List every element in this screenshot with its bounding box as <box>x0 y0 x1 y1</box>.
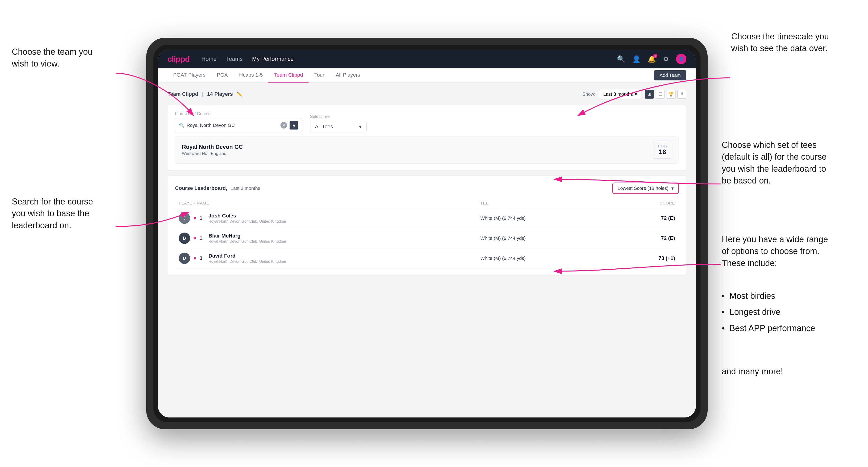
favorite-button[interactable]: ★ <box>289 121 299 130</box>
table-row: B ♥ 1 Blair McHarg Royal North Devon Gol… <box>175 228 679 248</box>
player-score: 72 (E) <box>615 228 679 248</box>
leaderboard-title-wrap: Course Leaderboard, Last 3 months <box>175 185 260 191</box>
notification-icon[interactable]: 🔔 1 <box>648 55 656 63</box>
leaderboard-header: Course Leaderboard, Last 3 months Lowest… <box>175 183 679 194</box>
list-item-app: • Best APP performance <box>722 322 815 334</box>
team-name: Team Clippd <box>167 91 198 97</box>
subnav-team-clippd[interactable]: Team Clippd <box>269 68 309 83</box>
tee-chevron-icon: ▾ <box>359 124 362 130</box>
avatar[interactable]: 👤 <box>676 54 686 64</box>
view-icons: ⊞ ☰ 🏆 ⬇ <box>645 90 686 99</box>
player-avatar: J <box>179 213 190 224</box>
heart-icon[interactable]: ♥ <box>193 216 196 221</box>
nav-teams[interactable]: Teams <box>226 56 243 62</box>
sort-value: Lowest Score (18 holes) <box>618 186 669 191</box>
tee-select[interactable]: All Tees ▾ <box>310 121 367 132</box>
tablet-device: clippd Home Teams My Performance 🔍 👤 🔔 1 <box>146 38 708 429</box>
tee-field-group: Select Tee All Tees ▾ <box>310 114 367 132</box>
leaderboard-card: Course Leaderboard, Last 3 months Lowest… <box>167 176 686 275</box>
player-name: David Ford <box>209 253 286 259</box>
leaderboard-table: PLAYER NAME TEE SCORE J ♥ 1 Josh Coles <box>175 198 679 269</box>
course-search-input[interactable] <box>187 123 278 128</box>
course-result-info: Royal North Devon GC Westward Ho!, Engla… <box>182 144 243 156</box>
course-location: Westward Ho!, England <box>182 151 243 156</box>
annotation-and-more: and many more! <box>722 366 783 377</box>
holes-value: 18 <box>658 148 667 156</box>
app-logo: clippd <box>167 55 190 64</box>
player-score: 73 (+1) <box>615 248 679 269</box>
player-avatar: D <box>179 253 190 264</box>
player-club: Royal North Devon Golf Club, United King… <box>209 259 286 264</box>
time-select[interactable]: Last 3 months ▾ <box>599 89 641 99</box>
annotation-top-right: Choose the timescale you wish to see the… <box>731 31 829 55</box>
download-view-button[interactable]: ⬇ <box>677 90 686 99</box>
course-search-card: Find a Golf Course 🔍 ✕ ★ Select Tee <box>167 105 686 170</box>
holes-label: Holes <box>658 144 667 148</box>
main-scroll-area[interactable]: Team Clippd | 14 Players ✏️ Show: Last 3… <box>158 83 696 417</box>
heart-icon[interactable]: ♥ <box>193 256 196 261</box>
settings-icon[interactable]: ⚙ <box>663 55 669 63</box>
app-area: clippd Home Teams My Performance 🔍 👤 🔔 1 <box>158 50 696 417</box>
list-item-birdies: • Most birdies <box>722 290 815 302</box>
course-result: Royal North Devon GC Westward Ho!, Engla… <box>175 136 679 164</box>
grid-view-button[interactable]: ⊞ <box>645 90 654 99</box>
annotation-options-header: Here you have a wide range of options to… <box>722 234 828 269</box>
tablet-inner: clippd Home Teams My Performance 🔍 👤 🔔 1 <box>153 45 701 422</box>
player-club: Royal North Devon Golf Club, United King… <box>209 239 286 244</box>
notification-badge: 1 <box>653 54 657 58</box>
list-item-drive: • Longest drive <box>722 306 815 318</box>
nav-icons: 🔍 👤 🔔 1 ⚙ 👤 <box>617 54 686 64</box>
chevron-down-icon: ▾ <box>635 91 637 97</box>
app-navbar: clippd Home Teams My Performance 🔍 👤 🔔 1 <box>158 50 696 68</box>
nav-home[interactable]: Home <box>202 56 217 62</box>
player-name: Josh Coles <box>209 213 286 219</box>
player-avatar: B <box>179 232 190 244</box>
table-header-row: PLAYER NAME TEE SCORE <box>175 198 679 208</box>
profile-icon[interactable]: 👤 <box>632 55 641 63</box>
team-title: Team Clippd | 14 Players ✏️ <box>167 91 243 97</box>
player-tee: White (M) (6,744 yds) <box>476 228 615 248</box>
nav-my-performance[interactable]: My Performance <box>252 56 294 62</box>
subnav-pga[interactable]: PGA <box>211 68 233 83</box>
player-tee: White (M) (6,744 yds) <box>476 208 615 228</box>
player-rank: 1 <box>199 235 205 241</box>
sort-chevron-icon: ▾ <box>671 185 674 191</box>
nav-links: Home Teams My Performance <box>202 56 605 62</box>
subnav-hcaps[interactable]: Hcaps 1-5 <box>234 68 269 83</box>
heart-icon[interactable]: ♥ <box>193 236 196 241</box>
sub-nav: PGAT Players PGA Hcaps 1-5 Team Clippd T… <box>158 68 696 83</box>
trophy-view-button[interactable]: 🏆 <box>666 90 676 99</box>
annotation-middle-right: Choose which set of tees (default is all… <box>722 139 827 187</box>
player-name: Blair McHarg <box>209 233 286 239</box>
course-search-input-wrap[interactable]: 🔍 ✕ ★ <box>175 118 302 132</box>
team-count: 14 Players <box>207 91 233 97</box>
team-controls: Show: Last 3 months ▾ ⊞ ☰ 🏆 ⬇ <box>582 89 686 99</box>
course-name: Royal North Devon GC <box>182 144 243 150</box>
sort-select[interactable]: Lowest Score (18 holes) ▾ <box>612 183 679 194</box>
edit-icon[interactable]: ✏️ <box>237 91 243 97</box>
add-team-button[interactable]: Add Team <box>654 70 686 81</box>
col-tee: TEE <box>476 198 615 208</box>
team-header: Team Clippd | 14 Players ✏️ Show: Last 3… <box>167 89 686 99</box>
clear-search-button[interactable]: ✕ <box>280 122 287 129</box>
show-label: Show: <box>582 92 596 97</box>
col-score: SCORE <box>615 198 679 208</box>
player-club: Royal North Devon Golf Club, United King… <box>209 219 286 224</box>
select-tee-label: Select Tee <box>310 114 367 119</box>
subnav-all-players[interactable]: All Players <box>330 68 366 83</box>
course-field-group: Find a Golf Course 🔍 ✕ ★ <box>175 111 302 132</box>
player-tee: White (M) (6,744 yds) <box>476 248 615 269</box>
subnav-tour[interactable]: Tour <box>309 68 330 83</box>
list-view-button[interactable]: ☰ <box>656 90 665 99</box>
find-course-label: Find a Golf Course <box>175 111 302 116</box>
course-search-row: Find a Golf Course 🔍 ✕ ★ Select Tee <box>175 111 679 132</box>
col-player: PLAYER NAME <box>175 198 476 208</box>
subnav-pgat[interactable]: PGAT Players <box>167 68 211 83</box>
annotation-options-list: • Most birdies • Longest drive • Best AP… <box>722 290 815 334</box>
search-icon: 🔍 <box>179 123 184 128</box>
search-icon[interactable]: 🔍 <box>617 55 625 63</box>
table-row: D ♥ 3 David Ford Royal North Devon Golf … <box>175 248 679 269</box>
holes-badge: Holes 18 <box>653 141 672 159</box>
player-score: 72 (E) <box>615 208 679 228</box>
player-rank: 1 <box>199 215 205 221</box>
